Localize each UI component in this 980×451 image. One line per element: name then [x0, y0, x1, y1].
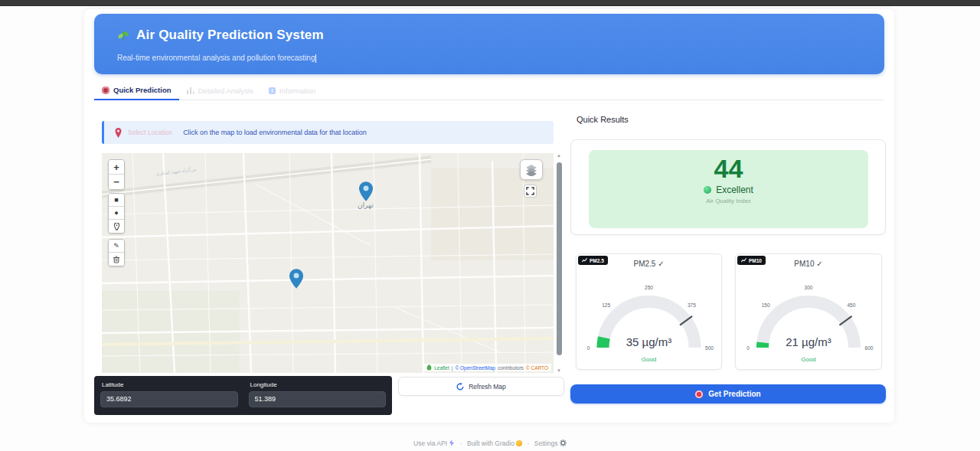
trash-icon — [113, 256, 119, 263]
map-attribution: Leaflet | © OpenStreetMap contributors ©… — [423, 364, 551, 371]
location-hint-banner: Select Location Click on the map to load… — [102, 121, 554, 144]
scroll-down-arrow[interactable]: ▼ — [555, 368, 563, 373]
attribution-sep: | — [452, 365, 453, 371]
longitude-input[interactable] — [249, 391, 387, 407]
fullscreen-icon — [526, 187, 534, 195]
delete-layers-button[interactable] — [109, 253, 124, 266]
pm10-gauge-value: 21 µg/m³ — [736, 335, 881, 348]
coordinates-panel: Latitude Longitude — [94, 376, 392, 415]
use-via-api-link[interactable]: Use via API — [413, 440, 457, 447]
contributors-text: contributors — [498, 365, 524, 371]
leaflet-map[interactable]: بزرگراه شهید لشکری + − ■ ● ✎ — [102, 153, 554, 373]
green-circle-icon — [704, 186, 711, 194]
header-banner: Air Quality Prediction System Real-time … — [94, 14, 884, 74]
tab-bar: Quick Prediction Detailed Analysis i Inf… — [94, 83, 884, 100]
longitude-label: Longitude — [250, 381, 387, 388]
aqi-panel: 44 Excellent Air Quality Index — [589, 150, 868, 228]
carto-link[interactable]: © CARTO — [526, 365, 548, 371]
pm25-gauge-status: Good — [577, 356, 721, 363]
tab-detailed-analysis[interactable]: Detailed Analysis — [179, 87, 261, 100]
settings-link[interactable]: Settings — [534, 440, 567, 447]
page-title: Air Quality Prediction System — [136, 28, 324, 43]
leaflet-icon — [426, 364, 432, 371]
page-subtitle: Real-time environmental analysis and pol… — [117, 54, 316, 63]
window-chrome-bar — [0, 0, 980, 6]
footer-sep: · — [460, 440, 462, 447]
draw-circle-button[interactable]: ● — [109, 207, 124, 220]
bolt-icon — [449, 440, 455, 446]
page-title-row: Air Quality Prediction System — [117, 28, 324, 43]
aqi-caption: Air Quality Index — [589, 198, 868, 204]
scrollbar-thumb[interactable] — [557, 162, 562, 355]
pm10-gauge-status: Good — [736, 356, 881, 363]
tab-information[interactable]: i Information — [261, 87, 324, 100]
map-marker-tehran[interactable] — [359, 181, 373, 201]
latitude-label: Latitude — [102, 381, 238, 388]
marker-icon — [114, 223, 119, 230]
map-marker-selected[interactable] — [289, 269, 303, 289]
refresh-label: Refresh Map — [469, 383, 506, 391]
target-icon — [102, 87, 109, 94]
tab-label: Detailed Analysis — [198, 87, 253, 95]
predict-label: Get Prediction — [708, 390, 760, 398]
longitude-field-group: Longitude — [249, 381, 387, 410]
gradio-footer: Use via API · Built with Gradio · Settin… — [0, 440, 980, 447]
zoom-out-button[interactable]: − — [109, 175, 124, 189]
bar-chart-icon — [187, 87, 194, 94]
layers-icon — [524, 164, 538, 176]
aqi-status-row: Excellent — [589, 185, 868, 195]
gradio-logo-icon — [516, 440, 522, 446]
get-prediction-button[interactable]: Get Prediction — [570, 384, 886, 404]
aqi-value: 44 — [589, 155, 868, 183]
gear-icon — [560, 440, 567, 446]
column-scrollbar[interactable]: ▲ ▼ — [555, 153, 563, 373]
tab-quick-prediction[interactable]: Quick Prediction — [94, 86, 179, 100]
built-with-gradio-link[interactable]: Built with Gradio — [467, 440, 522, 447]
latitude-field-group: Latitude — [100, 381, 238, 410]
draw-toolbar: ■ ● — [108, 193, 125, 234]
target-icon — [695, 391, 703, 398]
pm25-gauge-title: PM2.5 ✓ — [577, 260, 721, 268]
herb-icon — [117, 29, 130, 41]
edit-layers-button[interactable]: ✎ — [109, 240, 124, 253]
gauge-tick-label: 450 — [847, 302, 855, 308]
info-icon: i — [269, 87, 276, 94]
text-caret — [315, 54, 316, 63]
pm25-gauge-card: PM2.5 PM2.5 ✓ 0125250375500 35 µg/m³ Goo… — [576, 253, 722, 370]
gauge-tick-label: 300 — [805, 285, 813, 290]
latitude-input[interactable] — [100, 391, 238, 407]
gauge-tick-label: 150 — [762, 302, 770, 308]
tab-label: Information — [279, 87, 316, 95]
refresh-icon — [456, 383, 464, 391]
pm10-gauge-card: PM10 PM10 ✓ 0150300450600 21 µg/m³ Good — [735, 253, 882, 370]
scroll-up-arrow[interactable]: ▲ — [555, 153, 563, 158]
zoom-in-button[interactable]: + — [109, 160, 124, 175]
hint-text: Click on the map to load environmental d… — [183, 129, 367, 136]
map-tiles — [102, 153, 554, 373]
refresh-map-button[interactable]: Refresh Map — [398, 377, 564, 396]
leaflet-link[interactable]: Leaflet — [434, 365, 449, 371]
pm25-gauge-value: 35 µg/m³ — [577, 335, 721, 348]
layers-control-button[interactable] — [520, 159, 543, 180]
aqi-result-card: 44 Excellent Air Quality Index — [570, 139, 886, 235]
footer-sep: · — [528, 440, 530, 447]
zoom-control: + − — [108, 159, 125, 190]
quick-results-heading: Quick Results — [577, 115, 629, 124]
app-container: Air Quality Prediction System Real-time … — [84, 9, 894, 423]
draw-rectangle-button[interactable]: ■ — [109, 194, 124, 207]
aqi-status-text: Excellent — [716, 185, 753, 195]
city-label: تهران — [358, 201, 374, 209]
hint-label: Select Location — [128, 129, 172, 136]
fullscreen-button[interactable] — [524, 185, 537, 198]
gauge-tick-label: 125 — [602, 302, 610, 308]
gauge-tick-label: 250 — [645, 285, 653, 290]
draw-marker-button[interactable] — [109, 220, 124, 233]
gauge-tick-label: 375 — [688, 302, 696, 308]
pm10-gauge-title: PM10 ✓ — [736, 260, 881, 268]
pin-icon — [115, 128, 122, 138]
edit-toolbar: ✎ — [108, 239, 125, 266]
osm-link[interactable]: © OpenStreetMap — [455, 365, 495, 371]
tab-label: Quick Prediction — [113, 86, 172, 94]
